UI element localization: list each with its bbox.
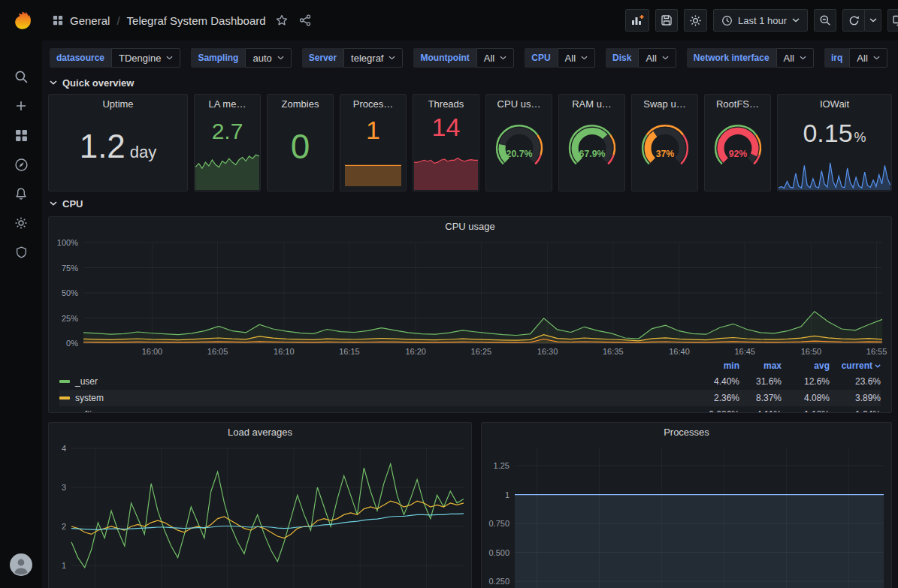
panel-rootfs-gauge: RootFS… 92% <box>704 94 771 191</box>
rootfs-gauge: 92% <box>707 117 769 174</box>
svg-text:100%: 100% <box>57 238 78 247</box>
variable-server: Server telegraf <box>302 48 404 68</box>
panel-title[interactable]: Processes <box>482 423 891 442</box>
alerting-bell-icon <box>14 187 28 201</box>
sidebar-nav <box>5 64 37 265</box>
panel-iowait: IOWait 0.15% <box>777 94 892 191</box>
grafana-logo[interactable] <box>8 7 34 32</box>
save-dashboard-button[interactable] <box>655 9 678 32</box>
svg-text:16:20: 16:20 <box>405 347 426 356</box>
panel-title[interactable]: Load averages <box>49 423 471 442</box>
legend-col-min[interactable]: min <box>697 360 739 371</box>
variable-value-dropdown[interactable]: auto <box>245 48 291 68</box>
panel-cpu-usage: CPU usage 0%25%50%75%100%16:0016:0516:10… <box>48 216 892 413</box>
load-averages-chart[interactable]: 0123416:0016:1016:2016:3016:4016:50 <box>49 442 471 588</box>
svg-text:16:25: 16:25 <box>471 347 492 356</box>
svg-text:0%: 0% <box>66 339 78 348</box>
sidebar-item-dashboards[interactable] <box>5 122 37 148</box>
avatar-icon <box>10 553 32 576</box>
series-toggle[interactable]: softirq <box>59 409 697 413</box>
variable-value-dropdown[interactable]: All <box>558 48 595 68</box>
chevron-down-icon <box>389 56 395 60</box>
sidebar-item-server-admin[interactable] <box>5 240 37 265</box>
svg-text:1.25: 1.25 <box>494 461 509 470</box>
legend-header: min max avg current <box>59 358 881 373</box>
svg-text:16:05: 16:05 <box>207 347 228 356</box>
dashboards-grid-icon <box>53 15 63 26</box>
sort-chevron-icon <box>875 364 881 368</box>
panel-title[interactable]: LA me… <box>195 95 260 114</box>
iowait-value: 0.15% <box>778 120 891 146</box>
zoom-out-button[interactable] <box>814 9 836 32</box>
sidebar-item-create[interactable] <box>5 93 37 119</box>
series-toggle[interactable]: _user <box>59 376 697 387</box>
refresh-combo <box>842 9 881 32</box>
svg-text:0.500: 0.500 <box>488 548 509 557</box>
variable-value-dropdown[interactable]: telegraf <box>343 48 403 68</box>
legend-col-max[interactable]: max <box>739 360 782 371</box>
cpu-usage-chart[interactable]: 0%25%50%75%100%16:0016:0516:1016:1516:20… <box>49 237 891 358</box>
bottom-panels: Load averages 0123416:0016:1016:2016:301… <box>48 422 892 588</box>
panel-title[interactable]: Threads <box>413 95 479 114</box>
zombies-value: 0 <box>268 129 333 164</box>
panel-la-medium: LA me… 2.7 <box>194 94 261 191</box>
chevron-down-icon <box>500 56 506 60</box>
add-panel-button[interactable] <box>625 9 649 32</box>
breadcrumb-section[interactable]: General <box>70 14 110 27</box>
row-toggle-quick-overview[interactable]: Quick overview <box>48 73 892 92</box>
panel-title[interactable]: IOWait <box>778 95 891 114</box>
iowait-sparkline <box>779 160 890 190</box>
panel-title[interactable]: RootFS… <box>705 95 770 114</box>
plus-icon <box>14 99 28 113</box>
refresh-interval-dropdown[interactable] <box>865 9 881 32</box>
panel-load-averages: Load averages 0123416:0016:1016:2016:301… <box>48 422 472 588</box>
variable-value: All <box>857 53 867 64</box>
refresh-button[interactable] <box>842 9 865 32</box>
variable-disk: Disk All <box>606 48 676 68</box>
variable-value-dropdown[interactable]: All <box>849 48 887 68</box>
chevron-down-icon <box>792 18 800 23</box>
row-toggle-cpu[interactable]: CPU <box>48 194 892 213</box>
time-range-picker[interactable]: Last 1 hour <box>713 9 808 32</box>
variable-label: CPU <box>525 48 557 68</box>
legend-row-softirq: softirq 0.686% 4.11% 1.18% 1.24% <box>59 406 881 413</box>
share-button[interactable] <box>298 13 313 28</box>
panel-title[interactable]: Swap u… <box>632 95 697 114</box>
panel-title[interactable]: CPU usage <box>49 217 891 237</box>
tv-mode-button[interactable] <box>887 9 898 32</box>
variable-value-dropdown[interactable]: All <box>476 48 514 68</box>
shield-icon <box>15 246 28 259</box>
breadcrumb: General / Telegraf System Dashboard <box>53 13 313 28</box>
sidebar-item-search[interactable] <box>5 64 37 89</box>
svg-text:75%: 75% <box>62 264 78 273</box>
sidebar-item-configuration[interactable] <box>5 210 37 236</box>
series-toggle[interactable]: system <box>59 393 697 403</box>
star-button[interactable] <box>274 13 289 28</box>
chevron-down-icon <box>800 56 806 60</box>
legend-col-current[interactable]: current <box>830 360 881 371</box>
variable-value-dropdown[interactable]: All <box>638 48 676 68</box>
series-swatch <box>59 397 70 400</box>
svg-text:1: 1 <box>62 561 66 570</box>
breadcrumb-separator: / <box>116 14 119 27</box>
chevron-down-icon <box>662 56 669 60</box>
panel-swap-usage-gauge: Swap u… 37% <box>631 94 698 191</box>
variable-value: auto <box>252 53 271 64</box>
panel-title[interactable]: Zombies <box>268 95 333 114</box>
share-icon <box>299 14 311 26</box>
panel-title[interactable]: CPU us… <box>486 95 552 114</box>
svg-text:0.250: 0.250 <box>488 577 509 586</box>
panel-title[interactable]: Uptime <box>49 95 187 114</box>
svg-text:16:45: 16:45 <box>734 347 755 356</box>
processes-sparkline <box>345 120 401 186</box>
sidebar-item-alerting[interactable] <box>5 181 37 207</box>
dashboard-settings-button[interactable] <box>684 9 707 32</box>
variable-value-dropdown[interactable]: All <box>776 48 814 68</box>
user-avatar[interactable] <box>10 553 32 576</box>
panel-title[interactable]: RAM u… <box>559 95 624 114</box>
legend-col-avg[interactable]: avg <box>782 360 830 371</box>
sidebar-item-explore[interactable] <box>5 152 37 177</box>
processes-chart[interactable]: 0.2500.5000.75011.2516:0016:1016:2016:30… <box>482 442 891 588</box>
panel-title[interactable]: Proces… <box>340 95 406 114</box>
variable-value-dropdown[interactable]: TDengine <box>111 48 180 68</box>
